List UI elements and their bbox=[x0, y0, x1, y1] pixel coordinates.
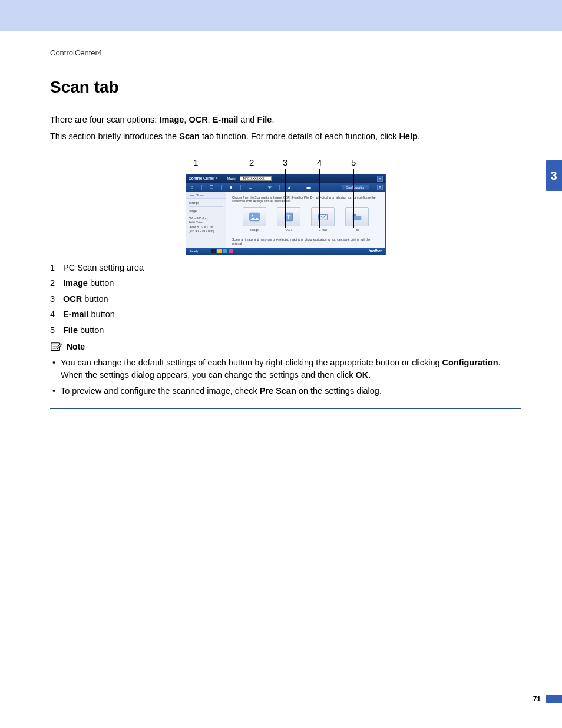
intro-opt-email: E-mail bbox=[213, 115, 239, 124]
legend-item-5: 5File button bbox=[50, 326, 521, 335]
configuration-button[interactable]: Configuration bbox=[342, 185, 369, 190]
status-ready: Ready bbox=[190, 249, 198, 253]
sidebar-settings-title: Settings bbox=[189, 201, 223, 207]
window-toolbar: ⌂ ❐ ◙ ▭ Ψ ▲ ▬ Configuration ? bbox=[186, 183, 385, 192]
scan-file-label: File bbox=[345, 228, 369, 232]
note-divider bbox=[92, 347, 521, 347]
help-button[interactable]: ? bbox=[377, 185, 383, 190]
legend-item-2: 2Image button bbox=[50, 279, 521, 288]
sidebar-settings: Settings Image 300 x 300 dpi 24bit Color… bbox=[186, 199, 226, 239]
toolbar-device-icon[interactable]: ▲ bbox=[286, 185, 293, 190]
email-icon bbox=[311, 207, 335, 226]
ocr-icon: T bbox=[277, 207, 300, 226]
intro-line-2: This section briefly introduces the Scan… bbox=[50, 130, 521, 143]
callout-line-1 bbox=[196, 169, 196, 216]
ink-cyan-icon bbox=[223, 249, 227, 253]
legend-item-4: 4E-mail button bbox=[50, 310, 521, 319]
note-block: Note You can change the default settings… bbox=[50, 341, 521, 409]
main-panel: Choose from the Scan options: Image, OCR… bbox=[226, 192, 385, 248]
scan-email-button[interactable]: E-mail bbox=[311, 207, 335, 232]
intro-text: There are four scan options: bbox=[50, 115, 159, 124]
sidebar: Scan Settings Image 300 x 300 dpi 24bit … bbox=[186, 192, 226, 248]
doc-header-label: ControlCenter4 bbox=[50, 48, 102, 57]
callout-line-2 bbox=[252, 169, 252, 228]
note-item-2: To preview and configure the scanned ima… bbox=[50, 385, 521, 397]
callout-row: 1 2 3 4 5 bbox=[186, 157, 386, 174]
toolbar-tools-icon[interactable]: Ψ bbox=[266, 185, 273, 190]
note-label: Note bbox=[67, 342, 85, 351]
instruction-text: Choose from the Scan options: Image, OCR… bbox=[232, 196, 379, 203]
note-item-1: You can change the default settings of e… bbox=[50, 357, 521, 381]
intro-opt-image: Image bbox=[159, 115, 184, 124]
sidebar-setting-dpi: 300 x 300 dpi bbox=[189, 216, 223, 221]
ink-black-icon bbox=[211, 249, 216, 253]
screenshot-figure: 1 2 3 4 5 Control Center 4 Model MFC-XXX… bbox=[186, 157, 386, 255]
sidebar-setting-image: Image bbox=[189, 209, 223, 214]
callout-line-4 bbox=[319, 169, 320, 228]
callout-2: 2 bbox=[249, 157, 254, 167]
toolbar-support-icon[interactable]: ▬ bbox=[305, 185, 312, 190]
scan-ocr-button[interactable]: T OCR bbox=[277, 207, 300, 232]
toolbar-photo-icon[interactable]: ◙ bbox=[227, 185, 234, 190]
scan-email-label: E-mail bbox=[311, 228, 335, 232]
note-icon bbox=[50, 341, 63, 352]
callout-4: 4 bbox=[317, 157, 322, 167]
scan-image-label: Image bbox=[243, 228, 266, 232]
callout-line-3 bbox=[285, 169, 286, 228]
svg-text:T: T bbox=[287, 214, 291, 220]
toolbar-fax-icon[interactable]: ▭ bbox=[247, 185, 254, 190]
brother-brand: brother bbox=[369, 249, 382, 253]
intro-help-bold: Help bbox=[399, 131, 417, 141]
callout-3: 3 bbox=[283, 157, 287, 167]
model-select[interactable]: MFC-XXXXXXX bbox=[240, 176, 272, 181]
sidebar-setting-size1: Letter 8 1/2 x 11 in bbox=[189, 225, 223, 230]
legend-item-3: 3OCR button bbox=[50, 295, 521, 304]
intro-scan-bold: Scan bbox=[179, 131, 200, 141]
page-number-bar bbox=[546, 695, 562, 703]
legend-list: 1PC Scan setting area 2Image button 3OCR… bbox=[50, 263, 521, 335]
section-index-tab: 3 bbox=[546, 160, 562, 191]
sidebar-setting-color: 24bit Color bbox=[189, 220, 223, 225]
scan-ocr-label: OCR bbox=[277, 228, 300, 232]
intro-line-1: There are four scan options: Image, OCR,… bbox=[50, 113, 521, 126]
ink-magenta-icon bbox=[229, 249, 233, 253]
callout-line-5 bbox=[353, 169, 354, 228]
description-text: Scans an image and runs your pre-selecte… bbox=[232, 235, 379, 245]
file-icon bbox=[345, 207, 369, 226]
legend-item-1: 1PC Scan setting area bbox=[50, 263, 521, 272]
ink-yellow-icon bbox=[217, 249, 222, 253]
intro-opt-ocr: OCR bbox=[189, 115, 207, 124]
callout-5: 5 bbox=[351, 157, 356, 167]
sidebar-setting-size2: (215.9 x 279.4 mm) bbox=[189, 229, 223, 234]
app-logo: Control Center 4 bbox=[189, 176, 218, 180]
page-top-bar bbox=[0, 0, 562, 31]
controlcenter-window: Control Center 4 Model MFC-XXXXXXX × ⌂ ❐… bbox=[186, 174, 386, 255]
scan-file-button[interactable]: File bbox=[345, 207, 369, 232]
close-button[interactable]: × bbox=[377, 176, 383, 182]
page-title: Scan tab bbox=[50, 78, 521, 97]
toolbar-copy-icon[interactable]: ❐ bbox=[208, 185, 215, 190]
scan-image-button[interactable]: Image bbox=[243, 207, 266, 232]
model-label: Model bbox=[227, 177, 236, 180]
status-bar: Ready brother bbox=[186, 248, 385, 255]
intro-opt-file: File bbox=[257, 115, 272, 124]
callout-1: 1 bbox=[193, 157, 198, 167]
toolbar-scan-icon[interactable]: ⌂ bbox=[189, 185, 196, 190]
page-number: 71 bbox=[533, 695, 541, 703]
sidebar-tab-scan[interactable]: Scan bbox=[186, 192, 226, 199]
status-ink-icons bbox=[211, 249, 233, 253]
window-titlebar: Control Center 4 Model MFC-XXXXXXX × bbox=[186, 174, 385, 183]
image-icon bbox=[243, 207, 266, 226]
